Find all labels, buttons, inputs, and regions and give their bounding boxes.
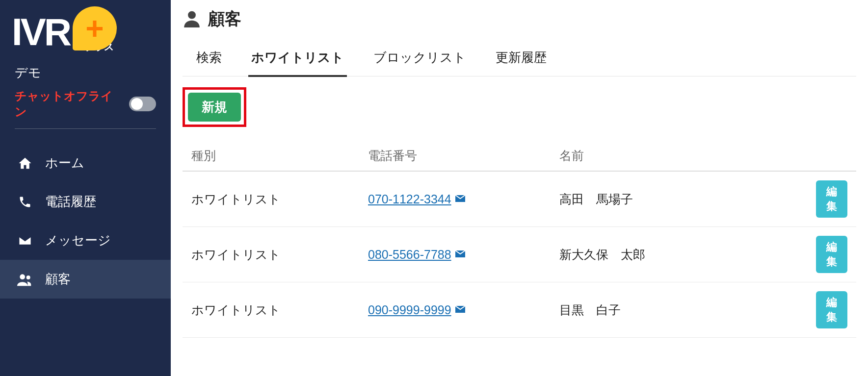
tab-blocklist[interactable]: ブロックリスト (370, 44, 469, 77)
svg-point-2 (188, 11, 196, 19)
cell-name: 目黒 白子 (551, 282, 807, 338)
tenant-name: デモ (0, 64, 171, 88)
cell-phone: 070-1122-3344 (359, 171, 551, 227)
nav-calls-label: 電話履歴 (45, 193, 96, 210)
nav-customers-label: 顧客 (45, 271, 71, 288)
phone-link[interactable]: 080-5566-7788 (368, 248, 451, 261)
cell-phone: 090-9999-9999 (359, 282, 551, 338)
logo: IVR プラス (0, 5, 171, 64)
chat-offline-toggle[interactable] (129, 97, 156, 111)
nav-home[interactable]: ホーム (0, 144, 171, 182)
user-icon (183, 9, 201, 29)
logo-plus-icon (73, 6, 117, 50)
phone-link[interactable]: 070-1122-3344 (368, 192, 451, 206)
tab-search[interactable]: 検索 (193, 44, 225, 77)
whitelist-table: 種別 電話番号 名前 ホワイトリスト070-1122-3344高田 馬場子編集ホ… (183, 141, 856, 338)
svg-point-0 (20, 274, 25, 279)
chat-offline-label: チャットオフライン (15, 88, 123, 120)
envelope-icon[interactable] (454, 303, 466, 317)
nav-messages-label: メッセージ (45, 232, 111, 249)
cell-type: ホワイトリスト (183, 227, 359, 282)
nav-calls[interactable]: 電話履歴 (0, 182, 171, 221)
page-title: 顧客 (208, 8, 241, 30)
svg-point-1 (26, 276, 30, 279)
tab-whitelist[interactable]: ホワイトリスト (248, 44, 347, 77)
envelope-icon (17, 233, 33, 248)
cell-phone: 080-5566-7788 (359, 227, 551, 282)
table-row: ホワイトリスト070-1122-3344高田 馬場子編集 (183, 171, 856, 227)
envelope-icon[interactable] (454, 248, 466, 261)
cell-type: ホワイトリスト (183, 282, 359, 338)
nav-customers[interactable]: 顧客 (0, 260, 171, 299)
logo-text: IVR (12, 10, 70, 54)
tab-history[interactable]: 更新履歴 (493, 44, 550, 77)
table-row: ホワイトリスト080-5566-7788新大久保 太郎編集 (183, 227, 856, 282)
edit-button[interactable]: 編集 (816, 180, 847, 218)
envelope-icon[interactable] (454, 192, 466, 206)
edit-button[interactable]: 編集 (816, 291, 847, 328)
col-header-phone: 電話番号 (359, 141, 551, 171)
cell-type: ホワイトリスト (183, 171, 359, 227)
chat-offline-row: チャットオフライン (15, 88, 156, 129)
edit-button[interactable]: 編集 (816, 236, 847, 273)
cell-name: 高田 馬場子 (551, 171, 807, 227)
users-icon (17, 273, 33, 286)
col-header-name: 名前 (551, 141, 807, 171)
col-header-type: 種別 (183, 141, 359, 171)
new-button-highlight: 新規 (183, 87, 246, 127)
tabs: 検索 ホワイトリスト ブロックリスト 更新履歴 (183, 44, 856, 76)
nav-home-label: ホーム (45, 154, 84, 172)
phone-icon (17, 195, 33, 209)
sidebar: IVR プラス デモ チャットオフライン ホーム 電話履歴 メッセージ 顧客 (0, 0, 171, 376)
col-header-action (807, 141, 856, 171)
new-button[interactable]: 新規 (188, 93, 241, 122)
main-content: 顧客 検索 ホワイトリスト ブロックリスト 更新履歴 新規 種別 電話番号 名前… (171, 0, 868, 376)
nav-messages[interactable]: メッセージ (0, 221, 171, 260)
home-icon (17, 156, 33, 171)
phone-link[interactable]: 090-9999-9999 (368, 303, 451, 317)
cell-name: 新大久保 太郎 (551, 227, 807, 282)
page-header: 顧客 (183, 5, 856, 35)
table-row: ホワイトリスト090-9999-9999目黒 白子編集 (183, 282, 856, 338)
